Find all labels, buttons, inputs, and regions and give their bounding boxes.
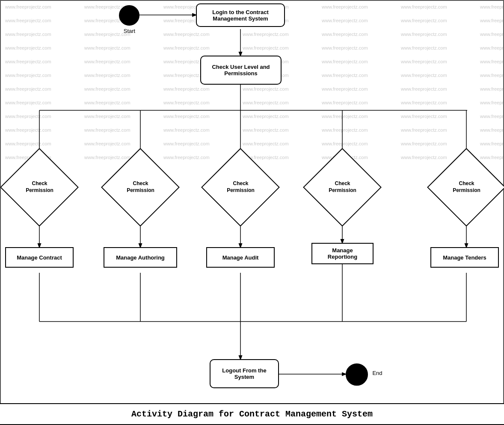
end-label: End bbox=[369, 370, 386, 376]
title-text: Activity Diagram for Contract Management… bbox=[131, 409, 373, 419]
check-perm-label-5: CheckPermission bbox=[453, 180, 480, 194]
login-label: Login to the Contract Management System bbox=[212, 9, 268, 22]
manage-authoring-label: Manage Authoring bbox=[116, 254, 165, 261]
manage-tenders-node: Manage Tenders bbox=[430, 247, 499, 268]
check-perm-label-4: CheckPermission bbox=[329, 180, 356, 194]
start-node bbox=[119, 5, 139, 26]
diagram-title: Activity Diagram for Contract Management… bbox=[0, 403, 504, 425]
manage-authoring-node: Manage Authoring bbox=[104, 247, 177, 268]
check-perm-label-2: CheckPermission bbox=[127, 180, 154, 194]
logout-label: Logout From the System bbox=[222, 367, 266, 380]
manage-reportiong-label: Manage Reportiong bbox=[317, 247, 368, 260]
manage-contract-label: Manage Contract bbox=[17, 254, 62, 261]
logout-node: Logout From the System bbox=[210, 359, 279, 388]
login-node: Login to the Contract Management System bbox=[196, 3, 285, 27]
check-perm-label-3: CheckPermission bbox=[227, 180, 255, 194]
end-node bbox=[346, 363, 368, 386]
manage-tenders-label: Manage Tenders bbox=[443, 254, 486, 261]
manage-audit-node: Manage Audit bbox=[206, 247, 275, 268]
manage-contract-node: Manage Contract bbox=[5, 247, 74, 268]
start-label: Start bbox=[116, 28, 143, 34]
check-user-level-node: Check User Level and Permissions bbox=[200, 56, 282, 85]
check-perm-label-1: CheckPermission bbox=[26, 180, 53, 194]
manage-audit-label: Manage Audit bbox=[222, 254, 259, 261]
manage-reportiong-node: Manage Reportiong bbox=[311, 243, 374, 264]
check-user-level-label: Check User Level and Permissions bbox=[212, 64, 270, 77]
